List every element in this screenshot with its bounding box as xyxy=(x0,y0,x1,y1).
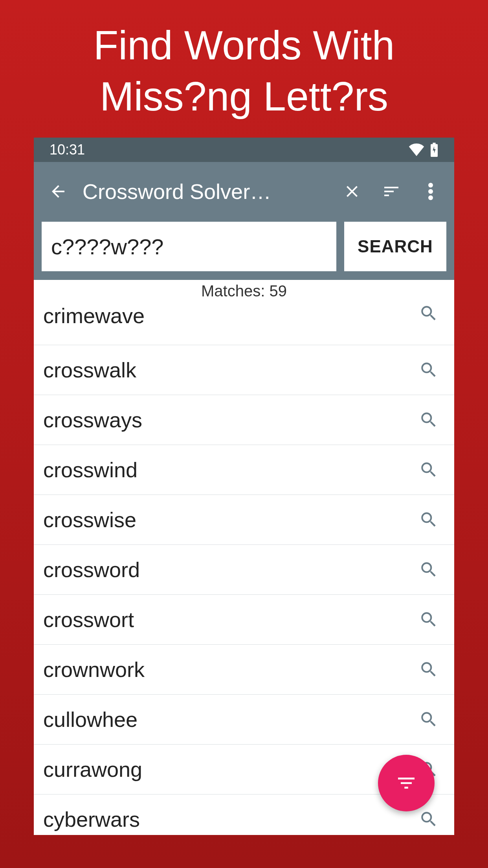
more-vert-icon xyxy=(428,182,433,201)
list-item[interactable]: crosswise xyxy=(34,495,454,545)
result-word: crossways xyxy=(43,408,142,432)
back-button[interactable] xyxy=(46,179,71,204)
lookup-icon[interactable] xyxy=(419,610,438,629)
app-title: Crossword Solver… xyxy=(83,179,328,204)
result-word: cyberwars xyxy=(43,807,140,831)
status-time: 10:31 xyxy=(50,142,85,158)
result-word: crosswind xyxy=(43,458,138,482)
svg-point-0 xyxy=(428,183,433,188)
list-item[interactable]: crosswind xyxy=(34,445,454,495)
result-word: crossword xyxy=(43,557,140,582)
search-input[interactable] xyxy=(42,222,336,271)
list-item[interactable]: cullowhee xyxy=(34,695,454,745)
more-button[interactable] xyxy=(415,176,446,207)
lookup-icon[interactable] xyxy=(419,809,438,829)
lookup-icon[interactable] xyxy=(419,510,438,530)
list-item[interactable]: crimewave xyxy=(34,302,454,345)
list-item[interactable]: crosswalk xyxy=(34,345,454,395)
list-item[interactable]: crossword xyxy=(34,545,454,595)
list-item[interactable]: crosswort xyxy=(34,595,454,645)
status-bar: 10:31 xyxy=(34,138,454,162)
result-word: crownwork xyxy=(43,657,145,682)
lookup-icon[interactable] xyxy=(419,303,438,323)
result-word: crimewave xyxy=(43,303,145,328)
lookup-icon[interactable] xyxy=(419,360,438,380)
search-section: SEARCH xyxy=(34,221,454,280)
svg-point-2 xyxy=(428,195,433,200)
filter-fab[interactable] xyxy=(378,755,435,811)
svg-point-1 xyxy=(428,189,433,194)
battery-icon xyxy=(430,143,438,157)
promo-heading: Find Words With Miss?ng Lett?rs xyxy=(94,20,395,122)
app-bar: Crossword Solver… xyxy=(34,162,454,221)
phone-frame: 10:31 Crossword Solver… SEARCH Matches: … xyxy=(34,138,454,835)
sort-icon xyxy=(382,182,401,201)
lookup-icon[interactable] xyxy=(419,560,438,579)
arrow-left-icon xyxy=(49,182,68,201)
list-item[interactable]: crownwork xyxy=(34,645,454,695)
filter-icon xyxy=(395,772,417,794)
lookup-icon[interactable] xyxy=(419,660,438,679)
promo-line1: Find Words With xyxy=(94,22,395,68)
results-list[interactable]: crimewave crosswalk crossways crosswind … xyxy=(34,302,454,835)
status-icons xyxy=(409,143,438,157)
sort-button[interactable] xyxy=(376,176,407,207)
search-button[interactable]: SEARCH xyxy=(344,222,446,271)
result-word: currawong xyxy=(43,757,142,782)
wifi-icon xyxy=(409,143,424,156)
lookup-icon[interactable] xyxy=(419,460,438,480)
lookup-icon[interactable] xyxy=(419,410,438,430)
clear-button[interactable] xyxy=(336,176,368,207)
close-icon xyxy=(343,182,361,201)
matches-count: Matches: 59 xyxy=(34,280,454,302)
result-word: crosswise xyxy=(43,508,136,532)
promo-line2: Miss?ng Lett?rs xyxy=(100,74,388,119)
list-item[interactable]: crossways xyxy=(34,395,454,445)
result-word: crosswort xyxy=(43,607,134,632)
lookup-icon[interactable] xyxy=(419,710,438,729)
result-word: cullowhee xyxy=(43,707,138,732)
result-word: crosswalk xyxy=(43,358,136,382)
